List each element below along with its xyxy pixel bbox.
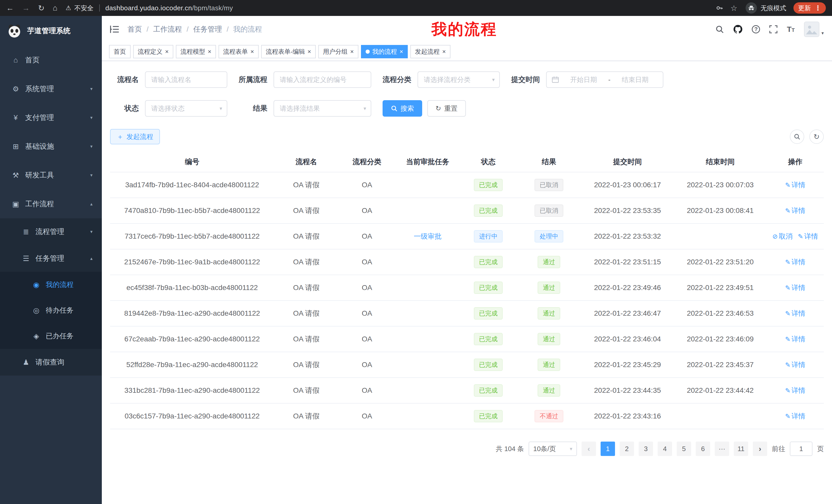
status-cell: 已完成 [460,352,517,377]
tab-close-icon[interactable]: × [350,49,354,55]
process-name-input[interactable] [145,72,227,88]
reset-button[interactable]: ↻ 重置 [427,100,466,117]
process-category-cell: OA [338,172,395,198]
category-select[interactable]: 请选择流程分类 ▾ [418,72,500,88]
page-number-button[interactable]: 3 [639,442,653,456]
toggle-search-icon[interactable] [790,130,804,144]
sidebar-item[interactable]: ⚙系统管理▾ [0,75,102,103]
status-badge: 已完成 [474,307,503,319]
user-avatar[interactable]: ▾ [804,22,824,37]
detail-link[interactable]: ✎详情 [785,181,805,189]
back-icon[interactable]: ← [6,4,14,12]
page-number-button[interactable]: 2 [620,442,634,456]
tab[interactable]: 用户分组× [318,45,358,58]
end-time-cell: 2022-01-22 23:44:42 [674,377,767,403]
category-label: 流程分类 [383,75,411,85]
tab[interactable]: 首页 [109,45,131,58]
security-indicator[interactable]: ⚠ 不安全 [66,4,94,12]
page-number-button[interactable]: 11 [734,442,748,456]
page-number-button[interactable]: 5 [677,442,691,456]
fullscreen-icon[interactable] [769,25,778,33]
sidebar-item[interactable]: ▣工作流程▴ [0,190,102,218]
tab-close-icon[interactable]: × [208,49,211,55]
tab[interactable]: 我的流程× [361,45,408,58]
current-task-cell [395,172,460,198]
cancel-link[interactable]: ⊘取消 [772,232,793,240]
detail-link[interactable]: ✎详情 [785,387,805,394]
page-number-button[interactable]: 6 [696,442,710,456]
create-process-button[interactable]: ＋ 发起流程 [110,129,160,144]
actions-cell: ✎详情 [767,403,824,429]
current-task-link[interactable]: 一级审批 [414,232,441,240]
goto-page-input[interactable] [790,442,812,456]
tab[interactable]: 流程模型× [176,45,216,58]
page-number-button[interactable]: 4 [658,442,672,456]
breadcrumb-item[interactable]: 首页 [128,24,142,34]
forward-icon[interactable]: → [22,4,30,12]
actions-cell: ✎详情 [767,377,824,403]
sidebar-item[interactable]: ◎待办任务 [0,298,102,323]
detail-link[interactable]: ✎详情 [785,310,805,317]
font-size-icon[interactable]: TT [787,25,795,34]
tab-close-icon[interactable]: × [308,49,311,55]
sidebar-item[interactable]: ⌂首页 [0,46,102,75]
refresh-table-icon[interactable]: ↻ [809,130,824,144]
tab[interactable]: 流程定义× [133,45,173,58]
help-icon[interactable]: ? [752,25,760,33]
bookmark-star-icon[interactable]: ☆ [730,4,737,12]
sidebar-item[interactable]: ⊞基础设施▾ [0,132,102,161]
update-button[interactable]: 更新 ⋮ [794,2,826,13]
submit-time-range-picker[interactable]: 开始日期 - 结束日期 [546,72,663,88]
detail-link[interactable]: ✎详情 [785,258,805,266]
browser-menu-icon[interactable]: ⋮ [814,4,821,12]
next-page-button[interactable]: › [753,442,767,456]
tab[interactable]: 流程表单× [218,45,259,58]
page-size-select[interactable]: 10条/页 ▾ [529,442,577,456]
detail-link[interactable]: ✎详情 [785,207,805,215]
sidebar-item[interactable]: ◉我的流程 [0,272,102,298]
sidebar-item[interactable]: ♟请假查询 [0,349,102,375]
address-bar[interactable]: dashboard.yudao.iocoder.cn/bpm/task/my [105,4,233,12]
sidebar-item[interactable]: ⚒研发工具▾ [0,161,102,190]
search-icon[interactable] [715,25,724,34]
incognito-badge[interactable]: 无痕模式 [746,2,786,13]
sidebar-item[interactable]: ☰任务管理▴ [0,245,102,272]
password-key-icon[interactable] [716,4,723,12]
sidebar-item[interactable]: ◈已办任务 [0,323,102,349]
github-icon[interactable] [733,25,743,34]
tab-close-icon[interactable]: × [165,49,169,55]
result-badge: 通过 [538,282,560,294]
sidebar-item[interactable]: ≣流程管理▾ [0,218,102,245]
page-number-button[interactable]: 1 [601,442,615,456]
detail-link[interactable]: ✎详情 [785,335,805,343]
tab-close-icon[interactable]: × [442,49,446,55]
tab-close-icon[interactable]: × [399,49,403,55]
home-browser-icon[interactable]: ⌂ [53,4,57,12]
prev-page-button[interactable]: ‹ [581,442,596,456]
detail-link[interactable]: ✎详情 [785,412,805,420]
home-icon: ⌂ [11,56,20,64]
process-name-cell: OA 请假 [274,275,338,301]
column-header: 状态 [460,151,517,172]
tab[interactable]: 发起流程× [410,45,450,58]
status-select[interactable]: 请选择状态 ▾ [145,100,227,117]
sidebar-toggle-icon[interactable] [110,25,119,33]
page-buttons: 123456···11 [601,442,748,456]
reload-icon[interactable]: ↻ [38,4,45,12]
sidebar-item[interactable]: ¥支付管理▾ [0,103,102,132]
breadcrumb-item[interactable]: 工作流程 [153,24,182,34]
current-task-cell [395,403,460,429]
result-select[interactable]: 请选择流结果 ▾ [274,100,371,117]
process-def-input[interactable] [274,72,371,88]
search-button[interactable]: 搜索 [383,100,422,117]
end-time-cell [674,223,767,249]
status-badge: 已完成 [474,179,503,191]
tab-close-icon[interactable]: × [251,49,254,55]
detail-link[interactable]: ✎详情 [785,284,805,291]
detail-link[interactable]: ✎详情 [798,232,818,240]
process-id-cell: 52ffd28e-7b9a-11ec-a290-acde48001122 [110,352,274,377]
breadcrumb-item[interactable]: 任务管理 [193,24,222,34]
detail-link[interactable]: ✎详情 [785,361,805,369]
process-name-cell: OA 请假 [274,352,338,377]
tab[interactable]: 流程表单-编辑× [261,45,316,58]
